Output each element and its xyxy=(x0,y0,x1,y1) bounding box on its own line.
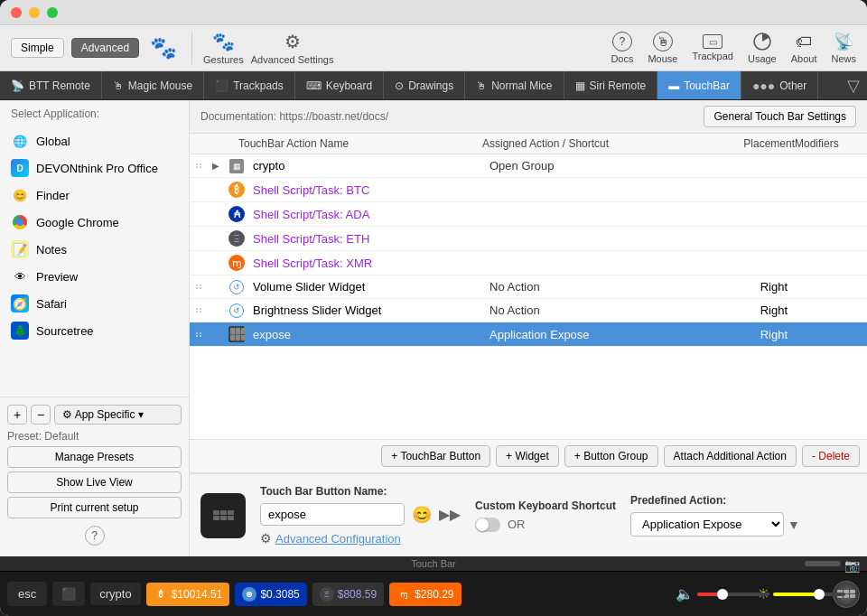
row-placement-volume: Right xyxy=(722,280,795,294)
finder-label: Finder xyxy=(36,189,70,202)
tb-brightness-fill xyxy=(773,593,816,596)
sidebar-item-global[interactable]: 🌐 Global xyxy=(0,127,189,154)
delete-button[interactable]: - Delete xyxy=(802,445,860,467)
brightness-track xyxy=(773,593,827,596)
touchbar-camera-icon[interactable]: 📷 xyxy=(844,558,860,573)
safari-label: Safari xyxy=(36,297,67,311)
sidebar-item-notes[interactable]: 📝 Notes xyxy=(0,236,189,263)
tb-ada-button[interactable]: ⊛ $0.3085 xyxy=(235,583,306,606)
row-toggle[interactable]: ▶ xyxy=(208,161,224,171)
news-item[interactable]: 📡 News xyxy=(831,32,856,64)
docs-item[interactable]: ? Docs xyxy=(611,32,633,64)
docs-icon: ? xyxy=(612,32,632,51)
finder-icon: 😊 xyxy=(11,186,29,204)
tab-magic-mouse[interactable]: 🖱 Magic Mouse xyxy=(102,71,204,99)
tb-btc-button[interactable]: ₿ $10014.51 xyxy=(146,583,230,606)
manage-presets-button[interactable]: Manage Presets xyxy=(7,446,182,468)
advanced-button[interactable]: Advanced xyxy=(71,38,139,58)
trackpads-label: Trackpads xyxy=(233,79,284,92)
maximize-button[interactable] xyxy=(47,7,58,18)
emoji-button[interactable]: 😊 xyxy=(412,505,432,525)
tab-btt-remote[interactable]: 📡 BTT Remote xyxy=(0,71,102,99)
table-row[interactable]: ▶ ▦ crypto Open Group xyxy=(190,154,867,178)
keyboard-toggle[interactable] xyxy=(475,518,500,532)
volume-track xyxy=(697,593,751,596)
predefined-action-select[interactable]: Application Expose xyxy=(630,512,784,537)
tb-mode-button[interactable]: ⬛ xyxy=(52,582,85,606)
gestures-icon: 🐾 xyxy=(212,31,235,52)
toggle-knob xyxy=(476,518,489,531)
tb-esc-button[interactable]: esc xyxy=(7,582,47,606)
tab-siri-remote[interactable]: ▦ Siri Remote xyxy=(564,71,658,99)
help-button[interactable]: ? xyxy=(85,526,105,546)
tab-drawings[interactable]: ⊙ Drawings xyxy=(384,71,465,99)
remove-app-button[interactable]: − xyxy=(31,405,51,425)
usage-item[interactable]: Usage xyxy=(748,32,777,64)
button-name-input[interactable] xyxy=(260,503,405,526)
eth-link[interactable]: Shell Script/Task: ETH xyxy=(253,232,369,246)
sidebar-item-finder[interactable]: 😊 Finder xyxy=(0,182,189,209)
filter-icon[interactable]: ▽ xyxy=(840,71,867,99)
drawings-icon: ⊙ xyxy=(395,79,404,92)
trackpad-icon: ▭ xyxy=(703,34,722,49)
table-row[interactable]: expose Application Expose Right xyxy=(190,322,867,347)
sidebar-item-safari[interactable]: 🧭 Safari xyxy=(0,290,189,317)
advanced-config-link[interactable]: Advanced Configuration xyxy=(275,532,401,546)
siri-remote-icon: ▦ xyxy=(575,79,585,92)
gestures-label[interactable]: Gestures xyxy=(203,54,244,65)
add-group-button[interactable]: + Button Group xyxy=(564,445,658,467)
touchbar-title: Touch Bar xyxy=(411,558,456,569)
app-specific-button[interactable]: ⚙ App Specific ▾ xyxy=(54,405,182,425)
btc-link[interactable]: Shell Script/Task: BTC xyxy=(253,183,369,197)
tab-normal-mice[interactable]: 🖱 Normal Mice xyxy=(465,71,564,99)
about-item[interactable]: 🏷 About xyxy=(791,33,817,64)
xmr-link[interactable]: Shell Script/Task: XMR xyxy=(253,257,372,270)
close-button[interactable] xyxy=(11,7,22,18)
tab-touchbar[interactable]: ▬ TouchBar xyxy=(657,71,741,99)
table-row[interactable]: ₳ Shell Script/Task: ADA xyxy=(190,202,867,227)
tab-keyboard[interactable]: ⌨ Keyboard xyxy=(295,71,384,99)
minimize-button[interactable] xyxy=(29,7,40,18)
keyboard-icon: ⌨ xyxy=(306,79,322,92)
table-row[interactable]: ↺ Brightness Slider Widget No Action Rig… xyxy=(190,299,867,322)
xmr-icon-area: ɱ xyxy=(224,255,249,271)
tab-trackpads[interactable]: ⬛ Trackpads xyxy=(204,71,295,99)
mouse-item[interactable]: 🖱 Mouse xyxy=(648,32,677,64)
print-setup-button[interactable]: Print current setup xyxy=(7,497,182,518)
eth-icon-tb: Ξ xyxy=(320,587,334,602)
doc-link[interactable]: Documentation: https://boastr.net/docs/ xyxy=(200,110,388,123)
ada-price: $0.3085 xyxy=(260,588,299,601)
table-row[interactable]: ↺ Volume Slider Widget No Action Right xyxy=(190,275,867,299)
sidebar-item-chrome[interactable]: Google Chrome xyxy=(0,209,189,236)
general-settings-button[interactable]: General Touch Bar Settings xyxy=(704,106,856,127)
notes-icon: 📝 xyxy=(11,240,29,258)
table-row[interactable]: Ξ Shell Script/Task: ETH xyxy=(190,227,867,251)
other-dots-icon: ●●● xyxy=(752,79,775,93)
titlebar xyxy=(0,0,867,25)
ada-link[interactable]: Shell Script/Task: ADA xyxy=(253,208,369,221)
table-row[interactable]: ɱ Shell Script/Task: XMR xyxy=(190,251,867,275)
trackpad-item[interactable]: ▭ Trackpad xyxy=(692,34,732,61)
paw-icon: 🐾 xyxy=(150,35,177,61)
tb-xmr-button[interactable]: ɱ $280.29 xyxy=(389,583,461,606)
advanced-settings-label[interactable]: Advanced Settings xyxy=(251,54,334,65)
simple-button[interactable]: Simple xyxy=(11,38,64,58)
table-row[interactable]: ₿ Shell Script/Task: BTC xyxy=(190,178,867,202)
tb-eth-button[interactable]: Ξ $808.59 xyxy=(312,583,384,606)
attach-action-button[interactable]: Attach Additional Action xyxy=(664,445,797,467)
tb-volume-slider[interactable]: 🔈 xyxy=(676,585,751,602)
sidebar-item-preview[interactable]: 👁 Preview xyxy=(0,263,189,290)
add-widget-button[interactable]: + Widget xyxy=(496,445,559,467)
sidebar-item-sourcetree[interactable]: 🌲 Sourcetree xyxy=(0,317,189,344)
preview-label: Preview xyxy=(36,270,78,284)
add-touchbar-button[interactable]: + TouchBar Button xyxy=(381,445,490,467)
sidebar-item-devonthink[interactable]: D DEVONthink Pro Office xyxy=(0,154,189,182)
tab-other[interactable]: ●●● Other xyxy=(741,71,818,99)
touchbar-label-bar: Touch Bar 📷 xyxy=(0,556,867,571)
add-app-button[interactable]: + xyxy=(7,405,27,425)
row-action-volume: No Action xyxy=(489,280,722,294)
nav-forward-icon[interactable]: ▶▶ xyxy=(439,506,461,523)
show-live-view-button[interactable]: Show Live View xyxy=(7,471,182,493)
config-form: Touch Bar Button Name: 😊 ▶▶ ⚙ Advanced C… xyxy=(260,485,461,546)
toolbar-separator xyxy=(191,32,192,64)
